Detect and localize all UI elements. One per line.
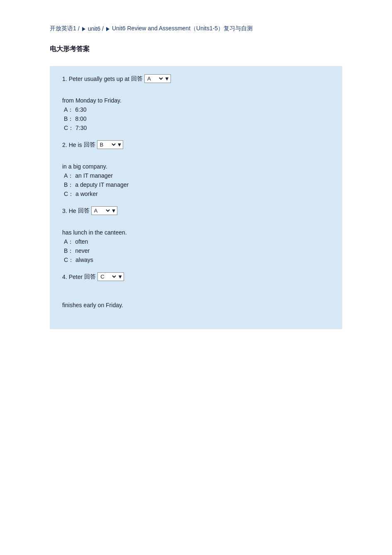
q1-continuation: from Monday to Friday. [62, 97, 330, 104]
q1-option-b: B： 8:00 [62, 115, 330, 123]
q2-options: A： an IT manager B： a deputy IT manager … [62, 172, 330, 198]
q1-option-c: C： 7:30 [62, 125, 330, 132]
question-block-3: 3. He 回答 A B C ▼ has lunch in the cantee… [62, 206, 330, 264]
q2-option-b: B： a deputy IT manager [62, 181, 330, 189]
q1-prefix: Peter usually gets up at [69, 76, 129, 82]
q3-number: 3. [62, 208, 67, 214]
q2-prefix: He is [69, 142, 82, 148]
question-line-1: 1. Peter usually gets up at 回答 A B C ▼ [62, 74, 330, 83]
question-line-3: 3. He 回答 A B C ▼ [62, 206, 330, 215]
q4-number: 4. [62, 274, 67, 280]
page-title: 电大形考答案 [0, 41, 392, 62]
q1-select[interactable]: A B C [146, 75, 164, 82]
q1-answer-label: 回答 [131, 75, 143, 83]
q2-option-a: A： an IT manager [62, 172, 330, 180]
breadcrumb-part2: unit6 [88, 25, 100, 32]
question-line-4: 4. Peter 回答 A B C ▼ [62, 272, 330, 281]
question-block-4: 4. Peter 回答 A B C ▼ finishes early on Fr… [62, 272, 330, 308]
q4-prefix: Peter [69, 274, 83, 280]
q2-select[interactable]: A B C [98, 141, 117, 148]
q1-select-wrapper[interactable]: A B C ▼ [144, 74, 171, 83]
q3-select[interactable]: A B C [93, 207, 111, 214]
q3-answer-label: 回答 [78, 207, 90, 215]
q4-continuation: finishes early on Friday. [62, 302, 330, 308]
q4-select[interactable]: A B C [99, 273, 117, 280]
q1-options: A： 6:30 B： 8:00 C： 7:30 [62, 106, 330, 132]
q1-option-a: A： 6:30 [62, 106, 330, 114]
breadcrumb-sep2: / [102, 25, 104, 32]
q2-option-c: C： a worker [62, 191, 330, 198]
breadcrumb-sep1: / [78, 25, 80, 32]
q2-continuation: in a big company. [62, 163, 330, 170]
q3-option-b: B： never [62, 247, 330, 255]
breadcrumb-part3: Unit6 Review and Assessment（Units1-5）复习与… [112, 25, 253, 32]
breadcrumb-part1: 开放英语1 [50, 25, 76, 32]
question-line-2: 2. He is 回答 A B C ▼ [62, 140, 330, 149]
question-block-1: 1. Peter usually gets up at 回答 A B C ▼ f… [62, 74, 330, 132]
breadcrumb-play-icon2 [105, 25, 110, 32]
q2-number: 2. [62, 142, 67, 148]
q2-answer-label: 回答 [84, 141, 95, 149]
q2-select-wrapper[interactable]: A B C ▼ [97, 140, 124, 149]
q4-select-wrapper[interactable]: A B C ▼ [97, 272, 124, 281]
quiz-container: 1. Peter usually gets up at 回答 A B C ▼ f… [50, 66, 342, 329]
q3-prefix: He [69, 208, 76, 214]
q4-answer-label: 回答 [84, 273, 96, 281]
q3-options: A： often B： never C： always [62, 238, 330, 264]
q3-option-a: A： often [62, 238, 330, 246]
breadcrumb-play-icon1 [81, 25, 86, 32]
question-block-2: 2. He is 回答 A B C ▼ in a big company. A：… [62, 140, 330, 198]
q3-option-c: C： always [62, 257, 330, 264]
q1-number: 1. [62, 76, 67, 82]
breadcrumb: 开放英语1 / unit6 / Unit6 Review and Assessm… [0, 0, 392, 41]
q3-select-wrapper[interactable]: A B C ▼ [91, 206, 118, 215]
q3-continuation: has lunch in the canteen. [62, 229, 330, 236]
